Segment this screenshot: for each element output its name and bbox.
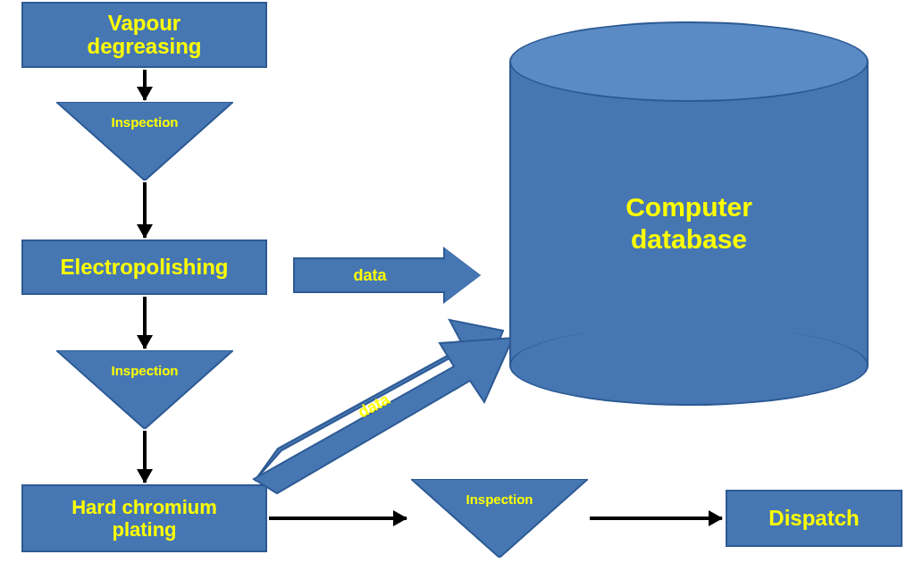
process-label: Hard chromiumplating (71, 496, 217, 542)
inspection-triangle-1: Inspection (56, 102, 233, 181)
svg-marker-9 (254, 338, 513, 493)
process-box-hard-chromium-plating: Hard chromiumplating (21, 484, 267, 552)
database-label: Computerdatabase (625, 192, 752, 254)
inspection-triangle-2: Inspection (56, 350, 233, 429)
arrow-inspection3-to-dispatch (590, 517, 722, 520)
process-label: Electropolishing (60, 255, 228, 280)
process-label: Vapourdegreasing (87, 12, 201, 59)
inspection-label: Inspection (56, 363, 233, 378)
arrow-inspection2-to-hardchromium (143, 431, 147, 483)
process-box-electropolishing: Electropolishing (21, 239, 267, 295)
inspection-label: Inspection (56, 114, 233, 130)
data-arrow-label: data (353, 266, 386, 285)
arrow-inspection1-to-electropolishing (143, 182, 147, 238)
database-cylinder: Computerdatabase (509, 21, 869, 406)
arrow-vapour-to-inspection1 (143, 70, 147, 100)
arrow-electropolishing-to-inspection2 (143, 297, 147, 349)
process-box-vapour-degreasing: Vapourdegreasing (21, 2, 267, 68)
data-arrow-electropolishing: data (293, 248, 481, 302)
inspection-label: Inspection (411, 491, 588, 507)
arrow-hardchromium-to-inspection3 (269, 517, 407, 520)
process-label: Dispatch (768, 506, 859, 531)
process-box-dispatch: Dispatch (726, 490, 902, 547)
